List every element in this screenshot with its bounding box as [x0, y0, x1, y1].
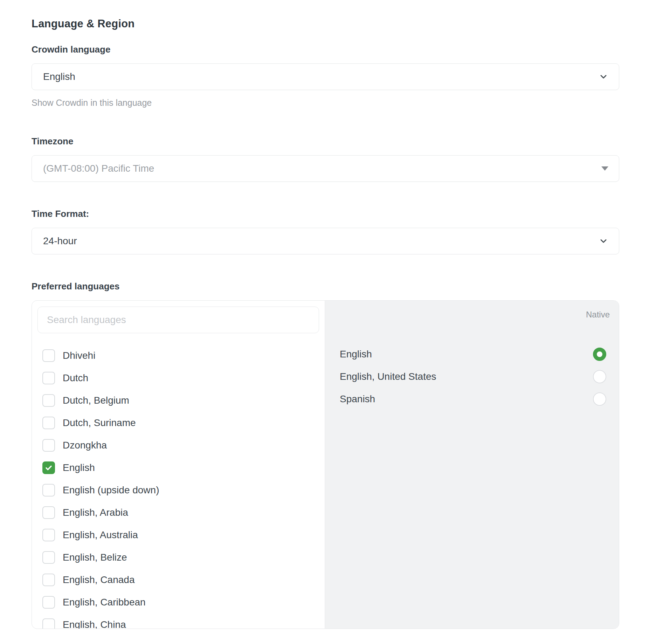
crowdin-language-label: Crowdin language [32, 44, 619, 55]
triangle-down-icon [601, 166, 608, 171]
time-format-select[interactable]: 24-hour [32, 228, 619, 254]
language-checkbox-row[interactable]: English [32, 457, 325, 479]
language-checkbox-row[interactable]: English, Canada [32, 569, 325, 591]
native-language-label: English, United States [340, 371, 436, 382]
language-checkbox-row[interactable]: English (upside down) [32, 479, 325, 501]
native-language-row[interactable]: English [325, 343, 619, 365]
language-checkbox-label: Dutch, Suriname [63, 417, 136, 429]
language-checkbox[interactable] [42, 461, 55, 474]
language-checkbox[interactable] [42, 417, 55, 429]
time-format-value: 24-hour [43, 235, 77, 247]
language-checkbox-label: English [63, 462, 95, 473]
timezone-select[interactable]: (GMT-08:00) Pacific Time [32, 155, 619, 182]
language-checkbox-panel: Dhivehi Dutch Dutch, Belgium Dutch, Suri… [32, 301, 325, 629]
language-checkbox[interactable] [42, 349, 55, 362]
native-language-panel: Native English English, United States Sp… [325, 301, 619, 629]
language-checkbox-label: Dutch, Belgium [63, 395, 129, 406]
language-checkbox-label: English (upside down) [63, 485, 159, 496]
crowdin-language-select[interactable]: English [32, 63, 619, 90]
native-language-row[interactable]: Spanish [325, 388, 619, 410]
language-checkbox-row[interactable]: Dzongkha [32, 434, 325, 457]
language-checkbox-label: English, Canada [63, 574, 134, 585]
language-checkbox-label: Dhivehi [63, 350, 95, 361]
language-checkbox-label: English, China [63, 619, 126, 629]
native-radio-button[interactable] [593, 348, 606, 361]
language-checkbox-row[interactable]: Dutch, Belgium [32, 389, 325, 412]
check-icon [44, 464, 53, 472]
language-checkbox[interactable] [42, 529, 55, 541]
native-language-list[interactable]: English English, United States Spanish [325, 343, 619, 410]
timezone-value: (GMT-08:00) Pacific Time [43, 163, 154, 174]
language-checkbox[interactable] [42, 618, 55, 629]
language-checkbox-label: English, Belize [63, 552, 127, 563]
language-checkbox-row[interactable]: Dutch, Suriname [32, 412, 325, 434]
language-checkbox-label: English, Caribbean [63, 597, 146, 608]
language-checkbox-label: Dzongkha [63, 440, 107, 451]
chevron-down-icon [599, 72, 608, 82]
search-languages-input[interactable] [37, 307, 319, 333]
native-column-header: Native [325, 301, 619, 343]
native-language-label: Spanish [340, 393, 375, 405]
language-checkbox-label: English, Arabia [63, 507, 128, 518]
language-checkbox[interactable] [42, 394, 55, 407]
language-checkbox[interactable] [42, 551, 55, 564]
language-checkbox-label: Dutch [63, 372, 88, 384]
page-title: Language & Region [32, 18, 619, 30]
language-checkbox-row[interactable]: English, Australia [32, 524, 325, 546]
language-checkbox[interactable] [42, 484, 55, 496]
timezone-label: Timezone [32, 136, 619, 147]
language-checkbox-row[interactable]: English, Belize [32, 546, 325, 569]
language-checkbox[interactable] [42, 372, 55, 384]
language-checkbox[interactable] [42, 439, 55, 452]
language-checkbox-row[interactable]: English, Caribbean [32, 591, 325, 614]
time-format-label: Time Format: [32, 208, 619, 219]
preferred-languages-widget: Dhivehi Dutch Dutch, Belgium Dutch, Suri… [32, 300, 619, 629]
native-language-row[interactable]: English, United States [325, 365, 619, 388]
language-checkbox[interactable] [42, 506, 55, 519]
preferred-languages-label: Preferred languages [32, 281, 619, 292]
native-language-label: English [340, 349, 372, 360]
chevron-down-icon [599, 236, 608, 246]
language-checkbox[interactable] [42, 574, 55, 586]
language-checkbox-list[interactable]: Dhivehi Dutch Dutch, Belgium Dutch, Suri… [32, 344, 325, 629]
language-region-settings: Language & Region Crowdin language Engli… [0, 0, 656, 629]
crowdin-language-help: Show Crowdin in this language [32, 98, 619, 108]
language-checkbox-row[interactable]: Dutch [32, 367, 325, 389]
native-radio-button[interactable] [593, 392, 606, 406]
language-checkbox[interactable] [42, 596, 55, 609]
language-checkbox-row[interactable]: English, Arabia [32, 501, 325, 524]
crowdin-language-value: English [43, 71, 75, 82]
language-checkbox-row[interactable]: English, China [32, 614, 325, 629]
language-checkbox-row[interactable]: Dhivehi [32, 344, 325, 367]
native-radio-button[interactable] [593, 370, 606, 383]
language-checkbox-label: English, Australia [63, 529, 138, 541]
